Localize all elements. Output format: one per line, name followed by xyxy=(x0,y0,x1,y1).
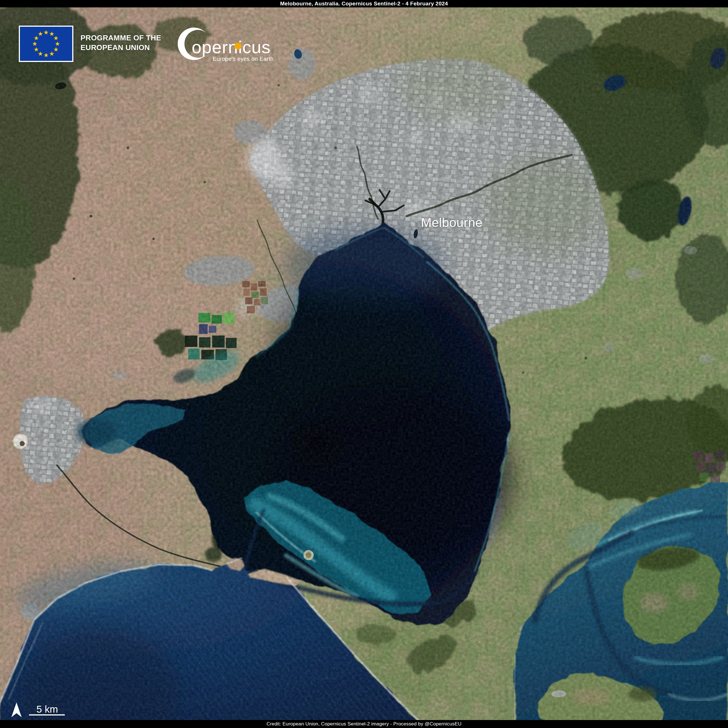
scale-bar-line xyxy=(29,714,65,716)
title-text: Melobourne, Australia. Copernicus Sentin… xyxy=(280,1,448,7)
copernicus-logo: opernicus Europe's eyes on Earth xyxy=(173,26,281,65)
eu-flag-stars: ★ ★ ★ ★ ★ ★ ★ ★ ★ ★ ★ ★ xyxy=(20,27,72,61)
satellite-image-post: Melobourne, Australia. Copernicus Sentin… xyxy=(0,0,728,728)
eu-star-icon: ★ xyxy=(43,29,49,36)
title-bar: Melobourne, Australia. Copernicus Sentin… xyxy=(0,0,728,8)
city-label-melbourne: Melbourne xyxy=(421,215,483,230)
eu-flag-logo: ★ ★ ★ ★ ★ ★ ★ ★ ★ ★ ★ ★ xyxy=(19,26,73,62)
copernicus-orange-dot-icon xyxy=(235,43,242,49)
north-arrow-icon xyxy=(10,702,23,718)
copernicus-wordmark: opernicus xyxy=(192,37,271,57)
satellite-map xyxy=(0,0,728,728)
credit-bar: Credit: European Union, Copernicus Senti… xyxy=(0,720,728,728)
eu-star-icon: ★ xyxy=(38,31,43,37)
programme-line2: EUROPEAN UNION xyxy=(81,43,161,52)
copernicus-tagline: Europe's eyes on Earth xyxy=(213,56,274,62)
credit-text: Credit: European Union, Copernicus Senti… xyxy=(266,721,462,727)
eu-star-icon: ★ xyxy=(43,52,49,58)
eu-star-icon: ★ xyxy=(49,50,55,57)
programme-of-the-eu-label: PROGRAMME OF THE EUROPEAN UNION xyxy=(81,33,161,52)
programme-line1: PROGRAMME OF THE xyxy=(81,33,161,43)
scale-bar-label: 5 km xyxy=(37,704,58,715)
grain-light-overlay xyxy=(0,0,728,728)
